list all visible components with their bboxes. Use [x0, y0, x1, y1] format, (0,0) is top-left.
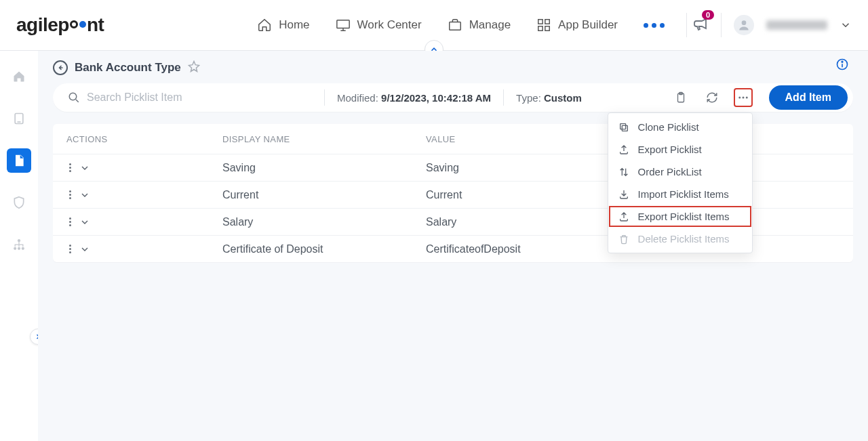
logo-ring-icon [70, 20, 78, 28]
grid-icon [536, 18, 551, 33]
clipboard-button[interactable] [671, 88, 690, 107]
svg-point-21 [745, 97, 747, 99]
row-actions [66, 190, 222, 201]
home-icon [257, 18, 272, 33]
svg-point-6 [742, 20, 747, 25]
expand-row-button[interactable] [79, 244, 90, 255]
nav-appbuilder-label: App Builder [558, 18, 618, 32]
trash-icon [618, 234, 629, 245]
monitor-icon [336, 18, 351, 33]
info-icon [835, 58, 849, 71]
sidebar-home[interactable] [7, 64, 31, 89]
page-title: Bank Account Type [75, 61, 181, 75]
sidebar-item-5[interactable] [7, 232, 31, 257]
favorite-button[interactable] [188, 60, 200, 75]
menu-import-items[interactable]: Import Picklist Items [608, 183, 752, 205]
svg-rect-4 [538, 26, 542, 30]
svg-rect-2 [538, 20, 542, 24]
sidebar-item-2[interactable] [7, 106, 31, 131]
svg-rect-0 [336, 20, 349, 28]
modified-label: Modified: [337, 92, 381, 104]
nav-appbuilder[interactable]: App Builder [536, 18, 618, 33]
cell-display: Saving [222, 162, 426, 174]
cell-display: Salary [222, 216, 426, 228]
cell-value: Salary [426, 216, 629, 228]
menu-export-picklist[interactable]: Export Picklist [608, 138, 752, 161]
row-actions [66, 217, 222, 228]
modified-meta: Modified: 9/12/2023, 10:42:18 AM [337, 92, 491, 104]
menu-label: Clone Picklist [638, 121, 699, 133]
svg-point-16 [69, 93, 77, 100]
nav-workcenter[interactable]: Work Center [336, 18, 422, 33]
row-menu-button[interactable] [69, 217, 71, 226]
toolbar: Modified: 9/12/2023, 10:42:18 AM Type: C… [53, 83, 853, 112]
avatar[interactable] [734, 15, 754, 35]
col-display: DISPLAY NAME [222, 134, 426, 144]
type-label: Type: [516, 92, 544, 104]
expand-row-button[interactable] [79, 163, 90, 173]
menu-delete-items: Delete Picklist Items [608, 228, 752, 250]
search-wrap [68, 91, 312, 104]
divider [721, 13, 722, 37]
briefcase-icon [448, 18, 462, 33]
info-button[interactable] [835, 58, 849, 74]
refresh-icon [706, 91, 718, 104]
file-icon [12, 154, 26, 167]
menu-order-picklist[interactable]: Order PickList [608, 161, 752, 183]
shield-icon [12, 196, 26, 209]
nav-more[interactable] [644, 23, 665, 28]
main-content: Bank Account Type Modified: 9/12/2023, 1… [38, 51, 868, 441]
nav-manage[interactable]: Manage [448, 18, 511, 33]
main-nav: Home Work Center Manage App Builder [257, 18, 665, 33]
top-right: 0 [692, 13, 852, 37]
menu-export-items[interactable]: Export Picklist Items [608, 205, 752, 228]
sidebar [0, 51, 38, 441]
menu-clone-picklist[interactable]: Clone Picklist [608, 116, 752, 138]
modified-value: 9/12/2023, 10:42:18 AM [381, 92, 491, 104]
expand-row-button[interactable] [79, 217, 90, 228]
hierarchy-icon [12, 238, 26, 251]
menu-label: Export Picklist Items [638, 211, 730, 222]
svg-rect-5 [545, 26, 549, 30]
expand-row-button[interactable] [79, 190, 90, 201]
nav-manage-label: Manage [469, 18, 511, 32]
cell-value: Current [426, 189, 629, 201]
svg-rect-23 [620, 123, 625, 129]
chevron-down-icon[interactable] [840, 19, 852, 31]
svg-point-19 [738, 97, 741, 99]
col-actions: ACTIONS [66, 134, 222, 144]
nav-workcenter-label: Work Center [357, 18, 422, 32]
row-menu-button[interactable] [69, 245, 71, 253]
type-meta: Type: Custom [516, 92, 582, 104]
separator [324, 89, 325, 106]
add-item-button[interactable]: Add Item [769, 85, 848, 110]
upload-icon [618, 144, 629, 155]
cell-value: CertificateofDeposit [426, 243, 629, 255]
svg-rect-3 [545, 20, 549, 24]
logo-dot-icon [79, 21, 86, 28]
more-actions-button[interactable] [734, 88, 753, 107]
row-menu-button[interactable] [69, 163, 71, 172]
toolbar-right: Clone Picklist Export Picklist Order Pic… [671, 85, 848, 110]
type-value: Custom [544, 92, 582, 104]
notifications-button[interactable]: 0 [692, 16, 709, 35]
cell-display: Current [222, 189, 426, 201]
sort-icon [618, 167, 629, 177]
menu-label: Order PickList [638, 166, 702, 177]
cell-value: Saving [426, 162, 629, 174]
user-icon [737, 18, 751, 32]
copy-icon [618, 122, 629, 133]
notification-badge: 0 [702, 10, 714, 20]
sidebar-item-picklist[interactable] [7, 148, 31, 173]
svg-point-10 [14, 247, 16, 250]
svg-point-9 [18, 239, 20, 242]
search-input[interactable] [87, 91, 263, 104]
row-menu-button[interactable] [69, 190, 71, 199]
row-actions [66, 163, 222, 173]
page-header: Bank Account Type [53, 60, 853, 75]
more-actions-wrap: Clone Picklist Export Picklist Order Pic… [734, 88, 753, 107]
refresh-button[interactable] [703, 88, 722, 107]
sidebar-item-4[interactable] [7, 190, 31, 215]
nav-home[interactable]: Home [257, 18, 309, 33]
back-button[interactable] [53, 60, 68, 75]
